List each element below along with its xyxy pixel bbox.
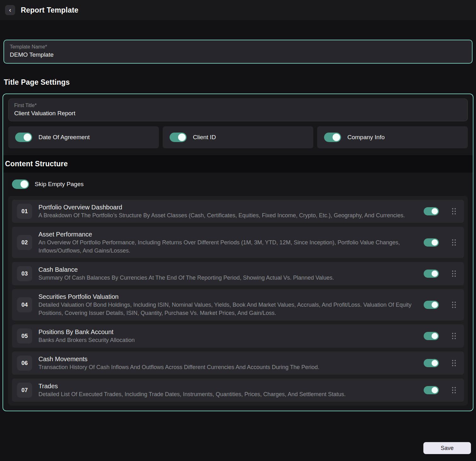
item-description: An Overview Of Portfolio Performance, In…	[38, 238, 417, 255]
header: ‹ Report Template	[0, 0, 476, 20]
footer: Save	[0, 436, 476, 461]
item-number-badge: 02	[17, 235, 32, 250]
item-title: Positions By Bank Account	[38, 328, 417, 336]
item-toggle[interactable]	[424, 270, 439, 278]
template-name-value: DEMO Template	[10, 51, 466, 58]
save-button[interactable]: Save	[423, 442, 471, 454]
item-description: Detailed Valuation Of Bond Holdings, Inc…	[38, 301, 417, 317]
content-item-row: 01 Portfolio Overview Dashboard A Breakd…	[12, 200, 464, 223]
title-toggle-cards: Date Of Agreement Client ID Company Info	[8, 126, 468, 148]
item-text: Portfolio Overview Dashboard A Breakdown…	[38, 203, 417, 219]
item-description: A Breakdown Of The Portfolio’s Structure…	[38, 211, 417, 219]
drag-handle-icon[interactable]	[452, 208, 456, 214]
item-text: Asset Performance An Overview Of Portfol…	[38, 230, 417, 255]
item-toggle[interactable]	[424, 386, 439, 394]
drag-handle-icon[interactable]	[452, 387, 456, 393]
page-title: Report Template	[21, 6, 78, 14]
title-page-settings-heading: Title Page Settings	[4, 78, 476, 87]
title-toggle-card: Date Of Agreement	[8, 126, 159, 148]
content-items-list: 01 Portfolio Overview Dashboard A Breakd…	[8, 196, 468, 406]
first-title-field[interactable]: First Title* Client Valuation Report	[8, 99, 468, 121]
content-item-row: 03 Cash Balance Summary Of Cash Balances…	[12, 262, 464, 285]
title-toggle-card: Client ID	[163, 126, 313, 148]
template-name-field[interactable]: Template Name* DEMO Template	[3, 40, 473, 64]
title-toggle-label: Company Info	[347, 134, 385, 141]
skip-empty-pages-row: Skip Empty Pages	[12, 179, 468, 189]
item-title: Cash Movements	[38, 355, 417, 363]
item-text: Cash Balance Summary Of Cash Balances By…	[38, 265, 417, 282]
drag-handle-icon[interactable]	[452, 270, 456, 277]
item-text: Cash Movements Transaction History Of Ca…	[38, 355, 417, 371]
content-item-row: 05 Positions By Bank Account Banks And B…	[12, 324, 464, 348]
item-number-badge: 01	[17, 204, 32, 219]
item-description: Banks And Brokers Security Allocation	[38, 336, 417, 344]
title-toggle-label: Date Of Agreement	[38, 134, 90, 141]
drag-handle-icon[interactable]	[452, 239, 456, 246]
first-title-label: First Title*	[14, 103, 462, 108]
template-settings-container: First Title* Client Valuation Report Dat…	[3, 94, 473, 411]
item-description: Summary Of Cash Balances By Currencies A…	[38, 274, 417, 282]
skip-empty-pages-toggle[interactable]	[12, 179, 29, 189]
first-title-value: Client Valuation Report	[14, 110, 462, 117]
title-toggle-label: Client ID	[193, 134, 216, 141]
item-text: Securities Portfolio Valuation Detailed …	[38, 293, 417, 317]
chevron-left-icon: ‹	[9, 5, 11, 14]
back-button[interactable]: ‹	[5, 5, 15, 15]
item-title: Securities Portfolio Valuation	[38, 293, 417, 301]
report-template-page: ‹ Report Template Template Name* DEMO Te…	[0, 0, 476, 411]
item-number-badge: 07	[17, 383, 32, 398]
item-description: Detailed List Of Executed Trades, Includ…	[38, 390, 417, 398]
item-toggle[interactable]	[424, 332, 439, 340]
drag-handle-icon[interactable]	[452, 333, 456, 339]
content-item-row: 06 Cash Movements Transaction History Of…	[12, 351, 464, 375]
item-number-badge: 06	[17, 356, 32, 371]
title-toggle-card: Company Info	[317, 126, 468, 148]
item-title: Cash Balance	[38, 265, 417, 274]
content-structure-band: Content Structure	[3, 155, 473, 173]
item-number-badge: 04	[17, 297, 32, 312]
content-item-row: 02 Asset Performance An Overview Of Port…	[12, 227, 464, 258]
item-title: Portfolio Overview Dashboard	[38, 203, 417, 211]
template-name-label: Template Name*	[10, 44, 466, 50]
item-toggle[interactable]	[424, 238, 439, 247]
item-text: Positions By Bank Account Banks And Brok…	[38, 328, 417, 344]
content-item-row: 04 Securities Portfolio Valuation Detail…	[12, 289, 464, 321]
title-toggle[interactable]	[170, 133, 187, 142]
content-item-row: 07 Trades Detailed List Of Executed Trad…	[12, 378, 464, 402]
skip-empty-pages-label: Skip Empty Pages	[35, 181, 84, 188]
item-toggle[interactable]	[424, 359, 439, 367]
item-number-badge: 05	[17, 328, 32, 344]
item-text: Trades Detailed List Of Executed Trades,…	[38, 382, 417, 398]
title-toggle[interactable]	[15, 133, 32, 142]
content-structure-heading: Content Structure	[5, 160, 468, 168]
item-description: Transaction History Of Cash Inflows And …	[38, 363, 417, 371]
drag-handle-icon[interactable]	[452, 360, 456, 366]
drag-handle-icon[interactable]	[452, 302, 456, 308]
title-toggle[interactable]	[324, 133, 341, 142]
item-number-badge: 03	[17, 266, 32, 281]
item-toggle[interactable]	[424, 301, 439, 309]
item-title: Trades	[38, 382, 417, 390]
item-title: Asset Performance	[38, 230, 417, 238]
item-toggle[interactable]	[424, 207, 439, 215]
